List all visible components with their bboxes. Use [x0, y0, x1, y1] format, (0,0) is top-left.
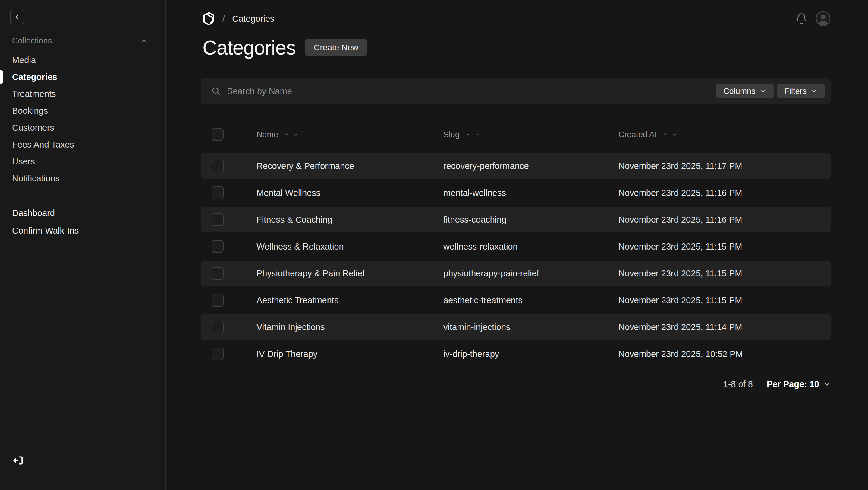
- row-checkbox[interactable]: [212, 294, 224, 307]
- row-checkbox[interactable]: [212, 240, 224, 253]
- sort-down-icon[interactable]: [672, 132, 678, 138]
- sort-controls: [465, 132, 480, 138]
- chevron-up-icon: [141, 37, 148, 45]
- account-button[interactable]: [815, 11, 831, 26]
- column-label: Name: [256, 130, 278, 139]
- breadcrumb-separator: /: [222, 13, 225, 24]
- per-page-selector[interactable]: Per Page: 10: [767, 379, 831, 389]
- topbar: / Categories: [201, 0, 831, 34]
- cell-name[interactable]: Recovery & Performance: [256, 161, 443, 171]
- cell-slug: recovery-performance: [443, 161, 618, 171]
- breadcrumb: / Categories: [201, 12, 275, 26]
- cell-name[interactable]: Physiotherapy & Pain Relief: [256, 268, 443, 279]
- sidebar-item-confirm-walk-ins[interactable]: Confirm Walk-Ins: [0, 222, 165, 239]
- sort-down-icon[interactable]: [474, 132, 480, 138]
- sidebar-item-treatments[interactable]: Treatments: [0, 85, 165, 102]
- sort-up-icon[interactable]: [465, 132, 471, 138]
- page-header: Categories Create New: [201, 36, 831, 59]
- table-row[interactable]: IV Drip Therapy iv-drip-therapy November…: [201, 341, 831, 367]
- toolbar-buttons: Columns Filters: [716, 84, 825, 98]
- search-icon: [211, 86, 221, 96]
- app-window: Collections Media Categories Treatments …: [0, 0, 868, 490]
- sort-up-icon[interactable]: [284, 132, 290, 138]
- pagination-range: 1-8 of 8: [723, 379, 753, 389]
- collections-group-header[interactable]: Collections: [0, 36, 165, 46]
- cell-created-at: November 23rd 2025, 11:15 PM: [618, 268, 831, 279]
- row-checkbox[interactable]: [212, 267, 224, 280]
- table-row[interactable]: Fitness & Coaching fitness-coaching Nove…: [201, 207, 831, 232]
- filters-button[interactable]: Filters: [777, 84, 825, 98]
- sidebar-item-label: Fees And Taxes: [12, 140, 74, 150]
- sidebar-item-categories[interactable]: Categories: [0, 68, 165, 85]
- row-checkbox[interactable]: [212, 348, 224, 360]
- sidebar-item-fees-and-taxes[interactable]: Fees And Taxes: [0, 136, 165, 153]
- select-all-checkbox[interactable]: [212, 128, 224, 141]
- sidebar-link-label: Confirm Walk-Ins: [12, 226, 79, 236]
- cell-created-at: November 23rd 2025, 11:17 PM: [618, 161, 831, 171]
- cell-name[interactable]: IV Drip Therapy: [256, 349, 443, 359]
- chevron-down-icon: [824, 381, 831, 388]
- page-title: Categories: [203, 36, 296, 59]
- cell-slug: physiotherapy-pain-relief: [443, 268, 618, 279]
- row-checkbox[interactable]: [212, 213, 224, 226]
- table-body: Recovery & Performance recovery-performa…: [201, 153, 831, 367]
- columns-button[interactable]: Columns: [716, 84, 774, 98]
- cell-created-at: November 23rd 2025, 11:14 PM: [618, 322, 831, 332]
- cell-slug: fitness-coaching: [443, 215, 618, 225]
- row-checkbox[interactable]: [212, 160, 224, 172]
- sidebar: Collections Media Categories Treatments …: [0, 0, 166, 490]
- list-toolbar: Columns Filters: [201, 78, 831, 105]
- sort-controls: [284, 132, 299, 138]
- cell-created-at: November 23rd 2025, 11:16 PM: [618, 188, 831, 198]
- chevron-down-icon: [760, 88, 767, 94]
- cell-name[interactable]: Vitamin Injections: [256, 322, 443, 332]
- sidebar-divider: [12, 196, 77, 196]
- sidebar-item-label: Bookings: [12, 106, 48, 116]
- cell-name[interactable]: Aesthetic Treatments: [256, 295, 443, 305]
- sort-controls: [662, 132, 678, 138]
- logout-button[interactable]: [12, 454, 24, 466]
- cell-name[interactable]: Mental Wellness: [256, 188, 443, 198]
- app-logo-icon[interactable]: [203, 12, 215, 26]
- search-field: [201, 82, 716, 100]
- chevron-down-icon: [811, 88, 817, 94]
- search-input[interactable]: [227, 82, 716, 100]
- sidebar-nav: Media Categories Treatments Bookings Cus…: [0, 52, 165, 187]
- column-header-name: Name: [256, 130, 443, 139]
- sidebar-item-media[interactable]: Media: [0, 52, 165, 68]
- collapse-sidebar-button[interactable]: [10, 10, 24, 24]
- sidebar-item-label: Categories: [12, 72, 57, 82]
- sort-down-icon[interactable]: [293, 132, 299, 138]
- table-row[interactable]: Vitamin Injections vitamin-injections No…: [201, 314, 831, 340]
- sidebar-item-label: Media: [12, 55, 36, 65]
- sort-up-icon[interactable]: [662, 132, 669, 138]
- table-row[interactable]: Wellness & Relaxation wellness-relaxatio…: [201, 234, 831, 259]
- table-header: Name Slug: [201, 127, 831, 142]
- column-header-slug: Slug: [443, 130, 618, 139]
- sidebar-link-label: Dashboard: [12, 208, 55, 218]
- cell-slug: wellness-relaxation: [443, 242, 618, 252]
- sidebar-item-bookings[interactable]: Bookings: [0, 102, 165, 119]
- cell-created-at: November 23rd 2025, 11:16 PM: [618, 215, 831, 225]
- sidebar-item-notifications[interactable]: Notifications: [0, 170, 165, 187]
- sidebar-item-label: Users: [12, 156, 35, 167]
- pagination: 1-8 of 8 Per Page: 10: [201, 379, 831, 389]
- row-checkbox[interactable]: [212, 321, 224, 334]
- cell-name[interactable]: Wellness & Relaxation: [256, 242, 443, 252]
- create-new-button[interactable]: Create New: [305, 39, 367, 56]
- table-row[interactable]: Aesthetic Treatments aesthetic-treatment…: [201, 288, 831, 313]
- table-row[interactable]: Physiotherapy & Pain Relief physiotherap…: [201, 261, 831, 286]
- sidebar-item-dashboard[interactable]: Dashboard: [0, 204, 165, 222]
- breadcrumb-current: Categories: [232, 14, 274, 24]
- table-row[interactable]: Mental Wellness mental-wellness November…: [201, 180, 831, 205]
- row-checkbox[interactable]: [212, 186, 224, 199]
- sidebar-item-users[interactable]: Users: [0, 153, 165, 170]
- table-row[interactable]: Recovery & Performance recovery-performa…: [201, 153, 831, 179]
- bell-icon: [796, 12, 807, 25]
- notifications-button[interactable]: [796, 12, 807, 25]
- filters-button-label: Filters: [784, 87, 807, 96]
- sidebar-item-label: Notifications: [12, 173, 60, 183]
- sidebar-item-customers[interactable]: Customers: [0, 119, 165, 136]
- cell-slug: iv-drip-therapy: [443, 349, 618, 359]
- cell-name[interactable]: Fitness & Coaching: [256, 215, 443, 225]
